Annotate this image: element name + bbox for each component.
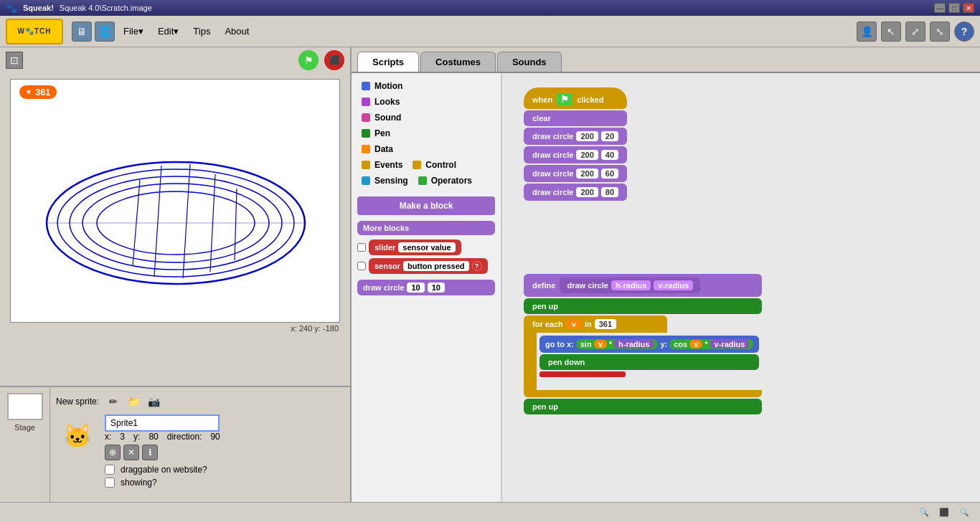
dc1-val1: 200 bbox=[576, 131, 598, 141]
scripts-area[interactable]: when ⚑ clicked clear draw circle 200 20 bbox=[502, 73, 980, 522]
close-button[interactable]: ✕ bbox=[963, 3, 974, 13]
titlebar-controls: — □ ✕ bbox=[934, 3, 974, 13]
category-sensing[interactable]: Sensing bbox=[357, 174, 413, 188]
counter-badge[interactable]: ▼ 361 bbox=[19, 85, 57, 99]
tab-sounds[interactable]: Sounds bbox=[497, 52, 562, 72]
dc3-label: draw circle bbox=[532, 169, 573, 178]
define-stack: define draw circle h-radius v-radius pen… bbox=[524, 274, 762, 414]
sprite-dir-label: direction: bbox=[167, 432, 202, 442]
fullscreen2-icon[interactable]: ⤡ bbox=[930, 22, 950, 42]
sprite-showing-label: showing? bbox=[121, 478, 157, 488]
tab-scripts[interactable]: Scripts bbox=[357, 52, 419, 72]
sprite-info-btn[interactable]: ℹ bbox=[142, 445, 158, 460]
clear-block[interactable]: clear bbox=[524, 110, 627, 126]
dc2-val2: 40 bbox=[601, 150, 618, 160]
flag-icon: ⚑ bbox=[304, 54, 314, 66]
go-to-block[interactable]: go to x: sin v * h-radius y: bbox=[540, 336, 759, 353]
new-sprite-bar: New sprite: ✏ 📁 📷 bbox=[56, 393, 344, 410]
draw-circle-2-block[interactable]: draw circle 200 40 bbox=[524, 146, 627, 163]
tips-menu[interactable]: Tips bbox=[187, 23, 216, 39]
sprite-delete-btn[interactable]: ✕ bbox=[123, 445, 139, 460]
button-pressed-label: button pressed bbox=[403, 261, 468, 271]
category-data[interactable]: Data bbox=[357, 142, 495, 156]
scripts-content: Motion Looks Sound Pen bbox=[352, 72, 980, 522]
pen-up-1-block[interactable]: pen up bbox=[524, 298, 762, 314]
dc4-val1: 200 bbox=[576, 187, 598, 197]
slider-block-row: slider sensor value bbox=[357, 239, 495, 255]
fullscreen-icon: ⊡ bbox=[10, 54, 19, 66]
draw-circle-palette-block[interactable]: draw circle 10 10 bbox=[357, 280, 495, 295]
make-block-button[interactable]: Make a block bbox=[357, 196, 495, 215]
sin-block: sin v * h-radius bbox=[576, 339, 659, 349]
category-sound[interactable]: Sound bbox=[357, 110, 495, 125]
zoom-out-icon[interactable]: 🔍 bbox=[957, 506, 971, 520]
zoom-in-icon[interactable]: 🔍 bbox=[917, 506, 931, 520]
pen-down-block[interactable]: pen down bbox=[540, 354, 759, 370]
define-block[interactable]: define draw circle h-radius v-radius bbox=[524, 274, 762, 297]
in-label: in bbox=[585, 320, 592, 328]
new-sprite-camera-icon[interactable]: 📷 bbox=[145, 393, 162, 410]
pen-up-2-label: pen up bbox=[532, 402, 558, 411]
bottom-bar: 🔍 ⬛ 🔍 bbox=[0, 502, 980, 522]
stage-canvas[interactable]: ▼ 361 bbox=[10, 79, 340, 323]
monitor-icon[interactable]: 🖥 bbox=[72, 22, 92, 42]
file-menu[interactable]: File▾ bbox=[118, 23, 149, 39]
pen-label: Pen bbox=[374, 128, 390, 138]
stage-coords: x: 240 y: -180 bbox=[6, 323, 344, 334]
cursor-icon[interactable]: ↖ bbox=[881, 22, 901, 42]
vrad-in-cos: v-radius bbox=[710, 340, 750, 348]
titlebar-left: 🐾 Squeak! Squeak 4.0\Scratch.image bbox=[6, 3, 152, 14]
stop-button[interactable]: ⬛ bbox=[324, 50, 344, 70]
fullscreen-button[interactable]: ⊡ bbox=[6, 52, 23, 69]
maximize-button[interactable]: □ bbox=[948, 3, 960, 13]
category-motion[interactable]: Motion bbox=[357, 79, 495, 93]
sprite-draggable-checkbox[interactable] bbox=[105, 465, 115, 475]
stop-icon: ⬛ bbox=[329, 55, 340, 65]
minimize-button[interactable]: — bbox=[934, 3, 946, 13]
globe-icon[interactable]: 🌐 bbox=[95, 22, 115, 42]
draw-circle-4-block[interactable]: draw circle 200 80 bbox=[524, 184, 627, 201]
sprite-copy-btn[interactable]: ⊕ bbox=[105, 445, 121, 460]
pen-up-2-block[interactable]: pen up bbox=[524, 399, 762, 414]
sensor-palette-block[interactable]: sensor button pressed ? bbox=[369, 258, 488, 274]
when-flag-clicked-block[interactable]: when ⚑ clicked bbox=[524, 87, 627, 109]
sprite-entry: 🐱 x: 3 y: 80 direction: 90 ⊕ bbox=[56, 414, 344, 490]
main-layout: ⊡ ⚑ ⬛ ▼ 361 bbox=[0, 47, 980, 522]
for-each-c-block[interactable]: for each v in 361 go to x: bbox=[524, 315, 762, 397]
draw-circle-1-block[interactable]: draw circle 200 20 bbox=[524, 128, 627, 145]
new-sprite-folder-icon[interactable]: 📁 bbox=[125, 393, 142, 410]
sprite-draggable-label: draggable on website? bbox=[121, 465, 207, 475]
sprite-showing-checkbox[interactable] bbox=[105, 478, 115, 488]
green-flag-button[interactable]: ⚑ bbox=[298, 50, 319, 70]
tab-costumes[interactable]: Costumes bbox=[420, 52, 496, 72]
sprite-image[interactable]: 🐱 bbox=[56, 414, 99, 457]
about-menu[interactable]: About bbox=[219, 23, 255, 39]
pen-dot bbox=[362, 129, 370, 138]
draw-val2: 10 bbox=[428, 283, 445, 293]
sprite-draggable-row: draggable on website? bbox=[105, 465, 220, 475]
category-events[interactable]: Events bbox=[357, 158, 407, 172]
category-control[interactable]: Control bbox=[408, 158, 461, 172]
category-looks[interactable]: Looks bbox=[357, 95, 495, 109]
stage-thumb-label: Stage bbox=[14, 423, 35, 432]
new-sprite-paint-icon[interactable]: ✏ bbox=[105, 393, 122, 410]
sensor-checkbox[interactable] bbox=[357, 262, 366, 270]
help-icon[interactable]: ? bbox=[954, 22, 974, 42]
for-each-top: for each v in 361 bbox=[524, 315, 667, 333]
sprite-name-input[interactable] bbox=[105, 414, 220, 432]
zoom-reset-icon[interactable]: ⬛ bbox=[937, 506, 951, 520]
more-blocks-button[interactable]: More blocks bbox=[357, 221, 495, 235]
draw-circle-3-block[interactable]: draw circle 200 60 bbox=[524, 165, 627, 182]
cos-v-var: v bbox=[689, 340, 702, 348]
define-signature: draw circle h-radius v-radius bbox=[560, 277, 700, 293]
slider-checkbox[interactable] bbox=[357, 243, 366, 252]
category-operators[interactable]: Operators bbox=[414, 174, 476, 188]
person-icon[interactable]: 👤 bbox=[857, 22, 877, 42]
fullscreen1-icon[interactable]: ⤢ bbox=[905, 22, 925, 42]
edit-menu[interactable]: Edit▾ bbox=[152, 23, 184, 39]
logo: W🐾TCH bbox=[6, 19, 63, 44]
cos-block: cos v * v-radius bbox=[669, 339, 753, 349]
sensor-block-row: sensor button pressed ? bbox=[357, 258, 495, 274]
category-pen[interactable]: Pen bbox=[357, 126, 495, 141]
slider-palette-block[interactable]: slider sensor value bbox=[369, 239, 461, 255]
